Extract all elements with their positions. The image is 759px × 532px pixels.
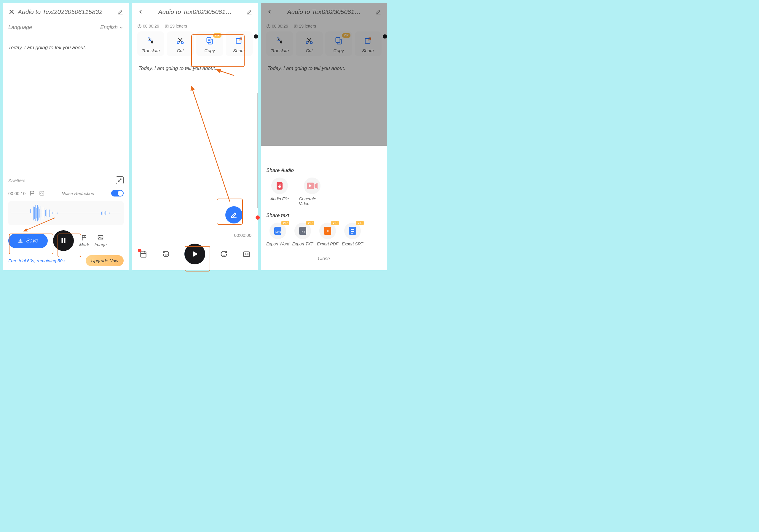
back-icon[interactable] <box>137 9 144 15</box>
language-label: Language <box>8 24 32 30</box>
trial-text: Free trial 60s, remaining 50s <box>8 258 65 263</box>
speed-icon[interactable]: 1.0 <box>243 250 251 258</box>
generate-video-option[interactable]: Generate Video <box>299 177 326 206</box>
elapsed-time: 00:00:10 <box>8 191 25 196</box>
transcript-text: Today, I am going to tell you about. <box>139 60 252 71</box>
save-button[interactable]: Save <box>8 234 48 248</box>
share-icon <box>234 36 243 45</box>
share-button[interactable]: Share <box>226 31 253 56</box>
export-word-option[interactable]: VIP Word Export Word <box>266 223 289 246</box>
screen-share-sheet: Audio to Text202305061… 00:00:26 29 lett… <box>261 3 387 270</box>
svg-marker-76 <box>315 183 318 189</box>
duration: 00:00:26 <box>137 24 159 28</box>
video-icon <box>304 177 321 194</box>
scroll-track[interactable] <box>257 93 258 208</box>
svg-rect-53 <box>140 251 146 257</box>
translate-icon <box>146 36 155 45</box>
svg-line-45 <box>178 38 182 42</box>
screen-transcript: Audio to Text202305061… 00:00:26 29 lett… <box>132 3 258 270</box>
forward-10-icon[interactable]: 10 <box>220 250 228 258</box>
share-audio-title: Share Audio <box>266 168 381 173</box>
svg-rect-36 <box>64 238 65 243</box>
transcript-text: Today, I am going to tell you about. <box>8 34 124 176</box>
svg-text:Word: Word <box>275 230 281 233</box>
export-txt-option[interactable]: VIP TXT Export TXT <box>291 223 314 246</box>
translate-button[interactable]: Translate <box>137 31 164 56</box>
playback-time: 00:00:00 <box>132 232 258 241</box>
chevron-down-icon <box>119 25 124 30</box>
edit-fab[interactable] <box>225 206 243 223</box>
share-sheet: Share Audio Audio File Generate Video Sh… <box>261 162 387 270</box>
svg-text:TXT: TXT <box>300 230 306 233</box>
modal-overlay[interactable] <box>261 3 387 146</box>
copy-icon <box>205 36 214 45</box>
svg-line-44 <box>179 38 182 42</box>
letter-count: 29 letters <box>165 24 187 28</box>
upgrade-button[interactable]: Upgrade Now <box>86 255 124 266</box>
letter-count: 37letters <box>8 178 25 183</box>
svg-rect-35 <box>62 238 63 243</box>
screen-recording: Audio to Text20230506115832 Language Eng… <box>3 3 129 270</box>
cut-icon <box>176 36 185 45</box>
scroll-end-dot <box>256 215 260 220</box>
pause-button[interactable] <box>53 230 74 251</box>
svg-marker-57 <box>193 251 198 257</box>
calendar-alert-icon[interactable] <box>139 250 147 258</box>
edit-icon[interactable] <box>117 9 124 15</box>
noise-reduction-toggle[interactable] <box>111 190 124 197</box>
page-title: Audio to Text202305061… <box>147 8 243 16</box>
noise-reduction-label: Noise Reduction <box>62 191 94 196</box>
export-srt-option[interactable]: VIP Export SRT <box>341 223 364 246</box>
mark-button[interactable]: Mark <box>79 234 89 247</box>
header: Audio to Text20230506115832 <box>3 3 129 21</box>
edit-icon[interactable] <box>246 9 253 15</box>
page-title: Audio to Text20230506115832 <box>18 8 114 16</box>
audio-file-icon <box>271 177 288 194</box>
rewind-10-icon[interactable]: 10 <box>162 250 170 258</box>
cut-button[interactable]: Cut <box>167 31 194 56</box>
save-label: Save <box>26 238 38 244</box>
svg-rect-34 <box>19 242 22 243</box>
copy-button[interactable]: VIP Copy <box>196 31 223 56</box>
svg-text:P: P <box>326 230 329 233</box>
play-button[interactable] <box>184 244 205 264</box>
svg-rect-47 <box>207 38 211 42</box>
close-icon[interactable] <box>8 9 15 15</box>
export-pdf-option[interactable]: VIP P Export PDF <box>316 223 339 246</box>
chart-icon[interactable] <box>39 191 45 196</box>
language-value: English <box>100 24 118 30</box>
image-button[interactable]: Image <box>94 234 107 247</box>
close-button[interactable]: Close <box>261 253 387 264</box>
expand-icon[interactable] <box>116 176 124 184</box>
flag-icon[interactable] <box>30 191 35 196</box>
waveform[interactable] <box>8 201 124 225</box>
audio-file-option[interactable]: Audio File <box>266 177 293 206</box>
language-row[interactable]: Language English <box>8 21 124 34</box>
share-text-title: Share text <box>266 212 381 218</box>
